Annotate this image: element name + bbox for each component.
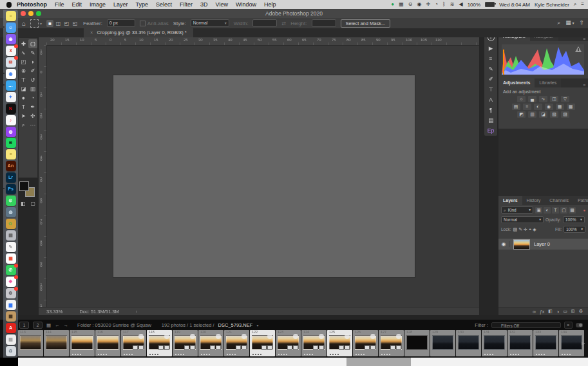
filmstrip-thumbnail-129[interactable]: 129 (430, 330, 455, 356)
forward-arrow-icon[interactable]: → (64, 322, 69, 328)
layers-tab-paths[interactable]: Paths (573, 196, 588, 205)
star-rating[interactable] (356, 354, 365, 355)
flag-badge-icon[interactable] (396, 334, 401, 339)
menu-image[interactable]: Image (90, 1, 106, 8)
menu-3d[interactable]: 3D (200, 1, 208, 8)
star-rating[interactable] (227, 354, 236, 355)
filmstrip-thumbnail-116[interactable]: 116 (95, 330, 120, 356)
capture-extension-icon[interactable]: Ep (488, 127, 494, 134)
filmstrip-thumbnail-117[interactable]: 117 (121, 330, 146, 356)
spot-healing-brush-tool[interactable]: ⊕ (19, 66, 28, 75)
lock-position-icon[interactable]: ✛ (524, 227, 527, 232)
layer-name[interactable]: Layer 0 (534, 241, 550, 247)
histogram-panel-menu-icon[interactable]: ≡ (583, 37, 588, 41)
width-input[interactable] (252, 19, 277, 27)
filmstrip-scroll-right-icon[interactable]: ▶ (582, 341, 585, 346)
flag-badge-icon[interactable] (190, 334, 195, 339)
filmstrip-thumbnail-128[interactable]: 128 (404, 330, 430, 356)
camera-icon[interactable]: ◉ (417, 2, 421, 7)
dock-spotify-icon[interactable]: ≋ (6, 138, 16, 148)
filmstrip-thumbnail-125[interactable]: 125 (327, 330, 352, 356)
filmstrip-source-caret[interactable]: ▾ (256, 323, 258, 327)
dock-archive-utility-icon[interactable]: ▤ (6, 230, 16, 241)
minimize-window-button[interactable] (28, 11, 33, 16)
intersect-selection-button[interactable]: ◱ (71, 20, 79, 27)
layer-thumbnail[interactable] (513, 239, 530, 250)
menu-edit[interactable]: Edit (72, 1, 82, 8)
star-rating[interactable] (98, 354, 107, 355)
filmstrip-thumbnail-127[interactable]: 127 (379, 330, 404, 356)
filmstrip-thumbnail-122[interactable]: 122 (250, 330, 275, 356)
style-dropdown[interactable]: Normal ▾ (191, 19, 229, 27)
filmstrip-thumbnail-118[interactable]: 118 (147, 330, 172, 356)
dock-calendar-icon[interactable]: 3 (6, 46, 16, 56)
menu-type[interactable]: Type (136, 1, 149, 8)
dock-app-grid-icon[interactable]: ▦ (6, 253, 16, 264)
lock-image-pixels-icon[interactable]: ✎ (518, 227, 522, 232)
status-menu-caret[interactable]: › (136, 309, 138, 315)
filmstrip-thumbnail-131[interactable]: 131 (482, 330, 507, 356)
star-rating[interactable] (330, 354, 339, 355)
opacity-dropdown[interactable]: 100% ▾ (563, 216, 585, 223)
dock-image-file-icon[interactable]: ▦ (6, 311, 16, 322)
tool-preset-dropdown[interactable]: ▾ (30, 19, 42, 28)
filter-pin-toggle[interactable]: ● (583, 208, 585, 212)
filmstrip-thumbnail-124[interactable]: 124 (301, 330, 327, 356)
star-rating[interactable] (72, 354, 81, 355)
adjustment-exposure-icon[interactable]: ◫ (550, 96, 558, 102)
workspace-switcher-icon[interactable]: ▦ ▾ (565, 19, 574, 26)
clock-icon[interactable]: ◔ (435, 2, 438, 7)
properties-panel-icon[interactable]: ≡ (489, 55, 493, 62)
star-rating[interactable] (201, 354, 210, 355)
lock-artboard-icon[interactable]: ◓ (529, 227, 531, 232)
app-menu[interactable]: Photoshop (17, 1, 47, 8)
filmstrip-thumbnail-114[interactable]: 114 (44, 330, 69, 356)
star-rating[interactable] (484, 354, 493, 355)
flag-badge-icon[interactable] (267, 334, 272, 339)
new-adjustment-layer-icon[interactable]: ◑ (556, 309, 559, 314)
search-icon[interactable]: ⌕ (557, 19, 560, 26)
flag-badge-icon[interactable] (293, 334, 298, 339)
blur-tool[interactable]: ● (19, 93, 28, 102)
main-window-button[interactable]: 1 (19, 322, 29, 329)
menu-filter[interactable]: Filter (180, 1, 193, 8)
add-to-selection-button[interactable]: ◫ (55, 20, 62, 27)
dock-pineapple-game-icon[interactable]: ✿ (6, 219, 16, 229)
filmstrip-filename[interactable]: DSC_5793.NEF (218, 322, 253, 328)
feather-input[interactable]: 0 px (107, 19, 135, 27)
close-tab-icon[interactable]: × (90, 28, 93, 37)
filter-smart-objects-icon[interactable]: ▩ (569, 207, 576, 214)
document-canvas[interactable] (113, 75, 415, 277)
star-rating[interactable] (304, 354, 313, 355)
move-tool[interactable]: ✚ (19, 39, 28, 48)
dock-netflix-icon[interactable]: N (6, 104, 16, 114)
lasso-tool[interactable]: ∿ (19, 48, 28, 57)
filmstrip-thumbnail-120[interactable]: 120 (198, 330, 223, 356)
filmstrip-thumbnail-132[interactable]: 132 (507, 330, 533, 356)
swap-dimensions-icon[interactable]: ⇄ (281, 21, 286, 26)
dock-safari-icon[interactable]: ✦ (6, 92, 16, 102)
flag-badge-icon[interactable] (138, 334, 144, 339)
screen-mode-icon[interactable]: ▢ (30, 201, 35, 206)
edit-toolbar[interactable]: ⋯ (28, 120, 38, 129)
cached-data-warning-icon[interactable] (575, 46, 582, 52)
adjustment-photo-filter-icon[interactable]: ◉ (545, 104, 553, 110)
dock-android-app-icon[interactable]: ⊙ (6, 196, 16, 206)
menu-file[interactable]: File (55, 1, 64, 8)
quick-mask-icon[interactable]: ◧ (21, 201, 26, 206)
share-icon[interactable]: ⇧ (579, 19, 584, 26)
delete-layer-icon[interactable]: ♻ (579, 309, 583, 314)
filmstrip-thumbnail-130[interactable]: 130 (456, 330, 481, 356)
dock-apple-music-icon[interactable]: ♪ (6, 115, 16, 125)
adjustment-posterize-icon[interactable]: ▥ (528, 111, 536, 118)
star-rating[interactable] (381, 354, 390, 355)
filmstrip-thumbnail-115[interactable]: 115 (70, 330, 95, 356)
layer-filter-kind-dropdown[interactable]: ⌕ Kind ▾ (501, 206, 533, 214)
crop-tool[interactable]: ◰ (19, 57, 28, 66)
menu-view[interactable]: View (216, 1, 228, 8)
flag-badge-icon[interactable] (319, 334, 324, 339)
grid-view-icon[interactable]: ▦ (46, 322, 51, 328)
actions-panel-icon[interactable]: ▶ (489, 45, 493, 51)
star-rating[interactable] (510, 354, 519, 355)
notification-center-icon[interactable]: ≡ (581, 2, 584, 7)
